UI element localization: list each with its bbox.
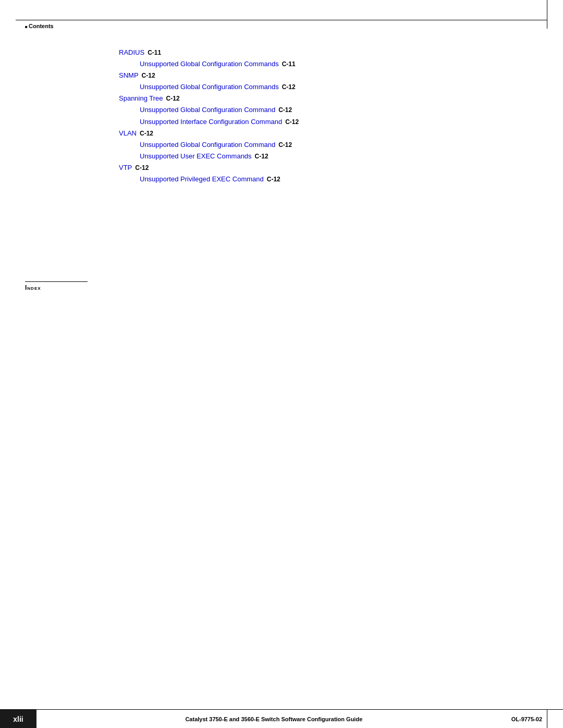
toc-section-snmp: SNMP C-12	[119, 70, 484, 81]
index-label[interactable]: Index	[25, 284, 88, 291]
spanning-tree-page: C-12	[166, 93, 180, 104]
toc-section-vlan: VLAN C-12	[119, 128, 484, 139]
vlan-global-link[interactable]: Unsupported Global Configuration Command	[140, 139, 275, 151]
toc-sub-vtp-privileged: Unsupported Privileged EXEC Command C-12	[119, 174, 484, 185]
st-global-page: C-12	[278, 105, 292, 115]
toc-section-vtp: VTP C-12	[119, 162, 484, 174]
vlan-user-link[interactable]: Unsupported User EXEC Commands	[140, 151, 252, 162]
toc-sub-st-global: Unsupported Global Configuration Command…	[119, 104, 484, 116]
top-border	[16, 20, 547, 20]
toc-section-spanning-tree: Spanning Tree C-12	[119, 93, 484, 104]
vtp-page: C-12	[135, 163, 149, 173]
right-line	[547, 0, 547, 29]
toc-entry-snmp: SNMP C-12 Unsupported Global Configurati…	[119, 70, 484, 93]
footer-doc-number: OL-9775-02	[511, 716, 563, 722]
index-section: Index	[25, 281, 88, 291]
snmp-page: C-12	[142, 70, 155, 81]
vlan-global-page: C-12	[278, 140, 292, 150]
vtp-link[interactable]: VTP	[119, 162, 132, 174]
toc-sub-snmp-global: Unsupported Global Configuration Command…	[119, 81, 484, 93]
st-interface-link[interactable]: Unsupported Interface Configuration Comm…	[140, 116, 282, 128]
snmp-global-page: C-12	[282, 82, 296, 92]
st-interface-page: C-12	[285, 117, 299, 127]
toc-sub-radius-global: Unsupported Global Configuration Command…	[119, 58, 484, 70]
vlan-user-page: C-12	[255, 151, 268, 162]
radius-page: C-11	[148, 47, 161, 58]
radius-link[interactable]: RADIUS	[119, 47, 144, 58]
footer-doc-title: Catalyst 3750-E and 3560-E Switch Softwa…	[36, 716, 511, 722]
vlan-link[interactable]: VLAN	[119, 128, 137, 139]
vlan-page: C-12	[140, 128, 153, 139]
page-number-label: xlii	[0, 710, 36, 729]
bottom-bar: xlii Catalyst 3750-E and 3560-E Switch S…	[0, 709, 563, 728]
radius-global-page: C-11	[282, 59, 296, 69]
toc-entry-radius: RADIUS C-11 Unsupported Global Configura…	[119, 47, 484, 70]
toc-section-radius: RADIUS C-11	[119, 47, 484, 58]
snmp-link[interactable]: SNMP	[119, 70, 139, 81]
toc-sub-st-interface: Unsupported Interface Configuration Comm…	[119, 116, 484, 128]
toc-sub-vlan-global: Unsupported Global Configuration Command…	[119, 139, 484, 151]
spanning-tree-link[interactable]: Spanning Tree	[119, 93, 163, 104]
st-global-link[interactable]: Unsupported Global Configuration Command	[140, 104, 275, 116]
contents-label: Contents	[29, 23, 54, 29]
index-divider	[25, 281, 88, 282]
contents-header: Contents	[25, 23, 54, 29]
snmp-global-link[interactable]: Unsupported Global Configuration Command…	[140, 81, 279, 93]
toc-sub-vlan-user: Unsupported User EXEC Commands C-12	[119, 151, 484, 162]
bottom-right-line	[547, 709, 547, 728]
toc-entry-vlan: VLAN C-12 Unsupported Global Configurati…	[119, 128, 484, 162]
page-container: Contents RADIUS C-11 Unsupported Global …	[0, 0, 563, 728]
main-content: RADIUS C-11 Unsupported Global Configura…	[119, 47, 484, 185]
radius-global-link[interactable]: Unsupported Global Configuration Command…	[140, 58, 279, 70]
toc-entry-vtp: VTP C-12 Unsupported Privileged EXEC Com…	[119, 162, 484, 185]
toc-entry-spanning-tree: Spanning Tree C-12 Unsupported Global Co…	[119, 93, 484, 127]
vtp-privileged-link[interactable]: Unsupported Privileged EXEC Command	[140, 174, 264, 185]
vtp-privileged-page: C-12	[267, 174, 280, 184]
